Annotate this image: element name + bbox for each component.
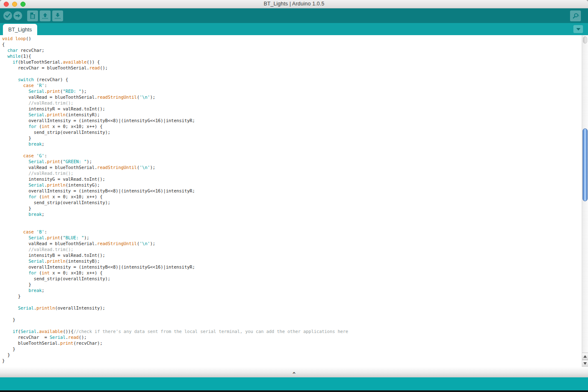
tab-label: BT_Lights (8, 27, 32, 33)
code-line: } (2, 205, 580, 211)
window-title: BT_Lights | Arduino 1.0.5 (0, 0, 588, 8)
code-editor[interactable]: void loop(){ char recvChar; while(1){ if… (0, 35, 588, 367)
code-line: } (2, 293, 580, 299)
tab-bt-lights[interactable]: BT_Lights (3, 24, 37, 35)
code-line: Serial.print("RED: "); (2, 88, 580, 94)
code-line: send_strip(overallIntensity); (2, 200, 580, 205)
code-line: } (2, 317, 580, 323)
code-line: } (2, 346, 580, 352)
code-line: send_strip(overallIntensity); (2, 276, 580, 282)
arrow-right-icon (15, 13, 20, 18)
scrollbar-arrows (582, 353, 588, 367)
new-sketch-button[interactable] (27, 10, 38, 21)
minimize-button[interactable] (12, 2, 17, 7)
code-line: recvChar = blueToothSerial.read(); (2, 65, 580, 71)
code-line: Serial.println(intensityB); (2, 258, 580, 264)
code-line: //valRead.trim(); (2, 100, 580, 106)
code-line: intensityG = valRead.toInt(); (2, 176, 580, 182)
code-line: intensityB = valRead.toInt(); (2, 252, 580, 258)
traffic-lights (4, 2, 25, 7)
code-line: } (2, 358, 580, 364)
code-line: char recvChar; (2, 47, 580, 53)
code-line: { (2, 41, 580, 47)
checkmark-icon (5, 13, 10, 18)
maximize-button[interactable] (20, 2, 25, 7)
code-line: for (int x = 0; x<10; x++) { (2, 194, 580, 200)
code-line: Serial.println(overallIntensity); (2, 305, 580, 311)
code-line: break; (2, 287, 580, 293)
code-line: break; (2, 141, 580, 147)
code-line (2, 71, 580, 77)
code-line: void loop() (2, 36, 580, 41)
save-sketch-button[interactable] (52, 10, 63, 21)
tab-bar: BT_Lights (0, 23, 588, 35)
code-line: //valRead.trim(); (2, 170, 580, 176)
code-line: case 'R': (2, 82, 580, 88)
code-line: Serial.print("GREEN: "); (2, 159, 580, 164)
new-document-icon (30, 12, 36, 19)
scroll-down-button[interactable] (582, 360, 588, 367)
code-line (2, 323, 580, 328)
upload-button[interactable] (13, 11, 22, 20)
scroll-up-button[interactable] (582, 353, 588, 360)
code-line (2, 147, 580, 153)
magnifier-icon (572, 13, 579, 19)
vertical-scrollbar[interactable] (582, 35, 588, 367)
code-line: //valRead.trim(); (2, 246, 580, 252)
code-line: Serial.println(intensityG); (2, 182, 580, 188)
serial-monitor-button[interactable] (570, 10, 581, 21)
code-line (2, 223, 580, 229)
code-line: switch (recvChar) { (2, 77, 580, 82)
chevron-down-icon (576, 28, 580, 31)
code-line (2, 217, 580, 223)
code-line: Serial.println(intensityR); (2, 112, 580, 118)
titlebar: BT_Lights | Arduino 1.0.5 (0, 0, 588, 8)
code-line: valRead = blueToothSerial.readStringUnti… (2, 241, 580, 246)
tab-menu-button[interactable] (573, 25, 583, 33)
arduino-window: BT_Lights | Arduino 1.0.5 BT_Lights void… (0, 0, 588, 392)
scrollbar-thumb[interactable] (583, 128, 588, 201)
code-line: recvChar = Serial.read(); (2, 334, 580, 340)
toolbar-left-buttons (3, 10, 65, 21)
toolbar (0, 8, 588, 23)
code-line: valRead = blueToothSerial.readStringUnti… (2, 164, 580, 170)
window-bottom-edge (0, 390, 588, 392)
code-area[interactable]: void loop(){ char recvChar; while(1){ if… (2, 36, 580, 364)
code-line: break; (2, 211, 580, 217)
code-line: } (2, 282, 580, 287)
code-line: while(1){ (2, 53, 580, 59)
code-line: overallIntensity = (intensityB<<8)|(inte… (2, 264, 580, 270)
code-line: overallIntensity = (intensityB<<8)|(inte… (2, 118, 580, 123)
arrow-down-icon (583, 362, 587, 365)
code-line: for (int x = 0; x<10; x++) { (2, 270, 580, 276)
console-resize-handle[interactable]: ^ (293, 372, 295, 377)
verify-button[interactable] (3, 11, 12, 20)
code-line: } (2, 352, 580, 358)
console-output-area (0, 377, 588, 390)
code-line: overallIntensity = (intensityB<<8)|(inte… (2, 188, 580, 194)
code-line: send_strip(overallIntensity); (2, 129, 580, 135)
open-up-arrow-icon (42, 13, 48, 19)
code-line: blueToothSerial.print(recvChar); (2, 340, 580, 346)
code-line (2, 299, 580, 305)
code-line: if(Serial.available()){//check if there'… (2, 328, 580, 334)
code-line: case 'B': (2, 229, 580, 235)
status-bar: ^ (0, 367, 588, 377)
open-sketch-button[interactable] (40, 10, 51, 21)
save-down-arrow-icon (54, 13, 61, 19)
scrollbar-top-cap (583, 36, 587, 44)
code-line: for (int x = 0; x<10; x++) { (2, 123, 580, 129)
arrow-up-icon (583, 355, 587, 358)
close-button[interactable] (4, 2, 9, 7)
code-line: intensityR = valRead.toInt(); (2, 106, 580, 112)
code-line: case 'G': (2, 153, 580, 159)
code-line (2, 311, 580, 317)
code-line: valRead = blueToothSerial.readStringUnti… (2, 94, 580, 100)
code-line: } (2, 135, 580, 141)
code-line: if(blueToothSerial.available()) { (2, 59, 580, 65)
code-line: Serial.print("BLUE: "); (2, 235, 580, 241)
